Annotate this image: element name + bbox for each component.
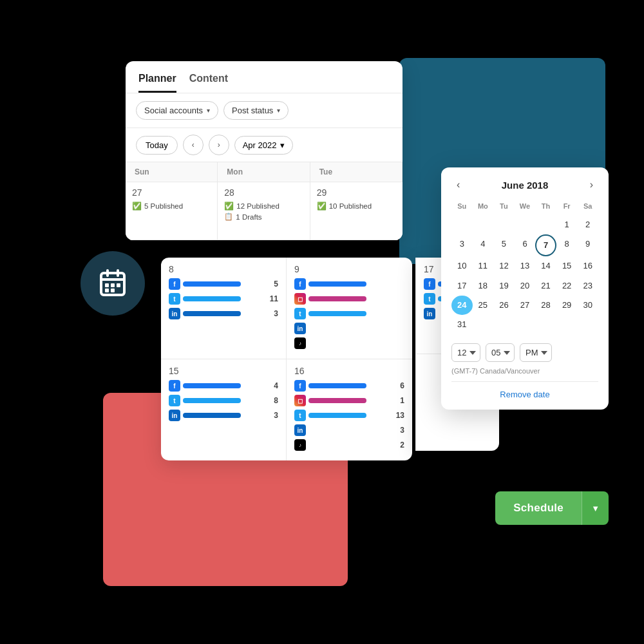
- dp-weekdays: Su Mo Tu We Th Fr Sa: [451, 200, 598, 213]
- dp-days-grid: 1 2 3 4 5 6 7 8 9 10 11 12 13 14 15 16 1…: [451, 215, 598, 334]
- minute-select[interactable]: 05: [486, 343, 515, 362]
- dp-day-1[interactable]: 1: [556, 215, 578, 234]
- dp-day-30[interactable]: 30: [577, 296, 598, 315]
- li-row-16: in 3: [294, 424, 404, 436]
- dp-day-31[interactable]: 31: [451, 315, 473, 334]
- cal-day-29: 29 ✅ 10 Published: [310, 182, 402, 240]
- header-sun: Sun: [126, 162, 218, 182]
- weekday-su: Su: [451, 200, 473, 213]
- dp-day-21[interactable]: 21: [535, 276, 556, 296]
- check-icon: ✅: [224, 202, 234, 211]
- li-row-15: in 3: [169, 410, 278, 421]
- date-9: 9: [294, 264, 404, 274]
- tw-bar-9: [308, 311, 366, 316]
- chevron-down-icon: ▾: [280, 140, 285, 150]
- dp-day-23[interactable]: 23: [577, 276, 598, 296]
- fb-bar-16: [308, 383, 366, 388]
- header-tue: Tue: [310, 162, 402, 182]
- date-27: 27: [132, 187, 211, 198]
- weekday-fr: Fr: [556, 200, 578, 213]
- dp-day-18[interactable]: 18: [473, 276, 494, 296]
- tab-planner[interactable]: Planner: [138, 73, 176, 93]
- dp-day-20[interactable]: 20: [515, 276, 536, 296]
- social-accounts-label: Social accounts: [144, 106, 203, 115]
- twitter-icon: t: [169, 395, 180, 406]
- dp-day-5[interactable]: 5: [493, 234, 515, 256]
- ig-bar-9: [308, 296, 366, 301]
- next-arrow-button[interactable]: ›: [209, 135, 229, 155]
- post-status-label: Post status: [232, 106, 273, 115]
- dp-day-22[interactable]: 22: [556, 276, 578, 296]
- dp-day-28[interactable]: 28: [535, 296, 556, 315]
- datepicker-popup: ‹ June 2018 › Su Mo Tu We Th Fr Sa 1 2 3…: [441, 167, 609, 410]
- svg-rect-7: [105, 289, 109, 292]
- published-item-27: ✅ 5 Published: [132, 202, 211, 211]
- drafts-count-28: 1 Drafts: [236, 213, 261, 221]
- dp-day-12[interactable]: 12: [493, 256, 515, 276]
- dp-day-4[interactable]: 4: [473, 234, 494, 256]
- linkedin-icon: in: [169, 410, 180, 421]
- weekday-we: We: [515, 200, 536, 213]
- fb-bar-9: [308, 281, 366, 287]
- dp-day-empty: [473, 215, 494, 234]
- date-29: 29: [317, 187, 396, 198]
- fb-row-15: f 4: [169, 380, 278, 392]
- dp-day-14[interactable]: 14: [535, 256, 556, 276]
- hour-select[interactable]: 12: [451, 343, 480, 362]
- dp-day-17[interactable]: 17: [451, 276, 473, 296]
- date-16: 16: [294, 366, 404, 376]
- dp-day-25[interactable]: 25: [473, 296, 494, 315]
- dp-next-button[interactable]: ›: [585, 178, 598, 192]
- svg-rect-5: [111, 283, 115, 287]
- schedule-main-button[interactable]: Schedule: [495, 491, 582, 525]
- tk-row-9: ♪: [294, 337, 404, 349]
- twitter-icon: t: [424, 293, 435, 305]
- social-accounts-filter[interactable]: Social accounts ▾: [136, 101, 218, 120]
- dp-day-27[interactable]: 27: [515, 296, 536, 315]
- tk-row-16: ♪ 2: [294, 439, 404, 451]
- period-select[interactable]: PM AM: [520, 343, 552, 362]
- dp-day-29[interactable]: 29: [556, 296, 578, 315]
- drafts-item-28: 📋 1 Drafts: [224, 213, 303, 221]
- dp-day-empty: [535, 215, 556, 234]
- weekday-tu: Tu: [493, 200, 515, 213]
- linkedin-icon: in: [424, 308, 435, 319]
- li-count-8: 3: [267, 309, 278, 318]
- weekday-mo: Mo: [473, 200, 494, 213]
- draft-icon: 📋: [224, 213, 233, 221]
- dp-day-3[interactable]: 3: [451, 234, 473, 256]
- dp-day-9[interactable]: 9: [577, 234, 598, 256]
- dp-day-13[interactable]: 13: [515, 256, 536, 276]
- tk-count-16: 2: [393, 440, 404, 450]
- dp-day-24-selected[interactable]: 24: [451, 296, 473, 315]
- today-button[interactable]: Today: [136, 136, 178, 155]
- li-row-9: in: [294, 323, 404, 334]
- prev-arrow-button[interactable]: ‹: [183, 135, 204, 155]
- tw-count-16: 13: [393, 411, 404, 420]
- dp-day-15[interactable]: 15: [556, 256, 578, 276]
- fb-bar-8: [183, 281, 241, 287]
- instagram-icon: ◻: [294, 293, 306, 305]
- dp-day-6[interactable]: 6: [515, 234, 536, 256]
- dp-day-19[interactable]: 19: [493, 276, 515, 296]
- dp-day-26[interactable]: 26: [493, 296, 515, 315]
- planner-nav: Today ‹ › Apr 2022 ▾: [126, 128, 402, 162]
- schedule-dropdown-button[interactable]: ▼: [582, 491, 609, 525]
- dp-day-10[interactable]: 10: [451, 256, 473, 276]
- post-status-filter[interactable]: Post status ▾: [223, 101, 289, 120]
- schedule-button-group: Schedule ▼: [495, 491, 609, 525]
- dp-prev-button[interactable]: ‹: [451, 178, 465, 192]
- dp-day-11[interactable]: 11: [473, 256, 494, 276]
- remove-date-link[interactable]: Remove date: [451, 390, 598, 399]
- chevron-down-icon: ▾: [277, 107, 280, 114]
- cell-day-9: 9 f ◻ t in ♪: [287, 258, 412, 359]
- dp-divider: [451, 381, 598, 382]
- social-panel: 8 f 5 t 11 in 3 9 f: [161, 258, 412, 460]
- month-selector[interactable]: Apr 2022 ▾: [234, 136, 294, 155]
- dp-day-2[interactable]: 2: [577, 215, 598, 234]
- tab-content[interactable]: Content: [189, 73, 228, 93]
- dp-day-8[interactable]: 8: [556, 234, 578, 256]
- dp-day-16[interactable]: 16: [577, 256, 598, 276]
- linkedin-icon: in: [294, 424, 306, 436]
- dp-day-7-today[interactable]: 7: [535, 234, 556, 256]
